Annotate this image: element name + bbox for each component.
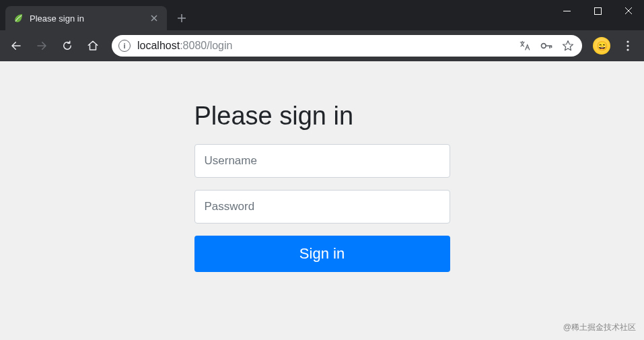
home-button[interactable] bbox=[82, 35, 104, 57]
new-tab-button[interactable] bbox=[172, 9, 191, 28]
menu-button[interactable] bbox=[617, 35, 639, 57]
signin-form: Please sign in Sign in bbox=[194, 102, 450, 340]
reload-button[interactable] bbox=[57, 35, 78, 57]
password-key-icon[interactable] bbox=[539, 38, 554, 53]
tabs-area: Please sign in bbox=[0, 0, 191, 30]
password-input[interactable] bbox=[194, 190, 450, 224]
browser-toolbar: i localhost:8080/login 😄 bbox=[0, 30, 644, 61]
svg-point-1 bbox=[542, 44, 546, 48]
signin-button[interactable]: Sign in bbox=[194, 236, 450, 272]
translate-icon[interactable] bbox=[517, 38, 532, 53]
spring-leaf-icon bbox=[13, 13, 24, 24]
tab-title: Please sign in bbox=[30, 13, 143, 24]
window-controls bbox=[551, 0, 644, 30]
close-tab-icon[interactable] bbox=[148, 12, 160, 24]
back-button[interactable] bbox=[5, 35, 27, 57]
close-window-button[interactable] bbox=[613, 0, 644, 22]
svg-point-2 bbox=[627, 40, 629, 42]
maximize-button[interactable] bbox=[582, 0, 613, 22]
url-text: localhost:8080/login bbox=[137, 40, 511, 52]
svg-rect-0 bbox=[594, 7, 601, 14]
forward-button[interactable] bbox=[31, 35, 52, 57]
bookmark-star-icon[interactable] bbox=[561, 38, 575, 53]
page-heading: Please sign in bbox=[194, 102, 450, 131]
username-input[interactable] bbox=[194, 144, 450, 178]
svg-point-4 bbox=[627, 48, 629, 50]
browser-tab[interactable]: Please sign in bbox=[5, 6, 167, 30]
profile-avatar[interactable]: 😄 bbox=[593, 37, 610, 55]
watermark-text: @稀土掘金技术社区 bbox=[563, 322, 636, 333]
page-content: Please sign in Sign in bbox=[0, 61, 644, 340]
address-bar[interactable]: i localhost:8080/login bbox=[112, 35, 582, 57]
svg-point-3 bbox=[627, 44, 629, 46]
minimize-button[interactable] bbox=[551, 0, 582, 22]
site-info-icon[interactable]: i bbox=[118, 40, 131, 52]
window-titlebar: Please sign in bbox=[0, 0, 644, 30]
